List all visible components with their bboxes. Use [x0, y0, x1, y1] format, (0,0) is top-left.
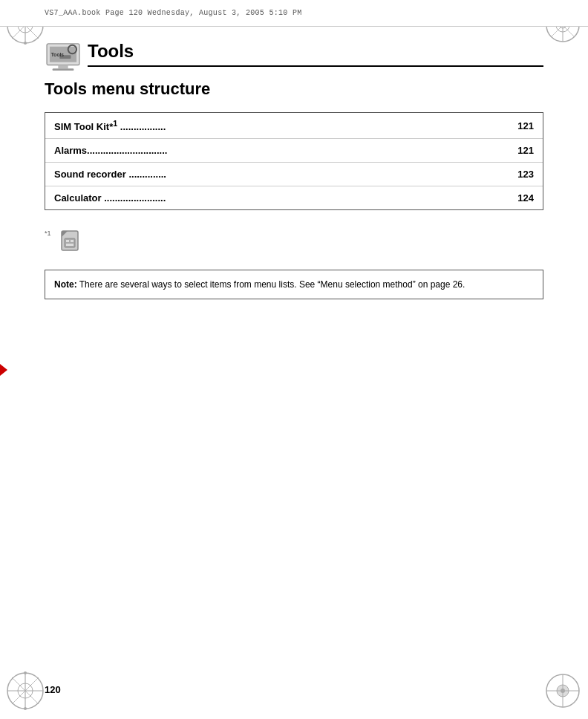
note-label: Note:: [54, 279, 77, 290]
header-bar: VS7_AAA.book Page 120 Wednesday, August …: [0, 0, 588, 27]
section-heading: Tools menu structure: [45, 79, 543, 99]
side-marker-left: [0, 364, 7, 376]
svg-point-23: [24, 671, 27, 674]
toc-label-sound-recorder: Sound recorder ..............: [54, 169, 166, 180]
page-title: Tools: [88, 41, 543, 62]
simcard-icon: [57, 228, 81, 252]
note-text: There are several ways to select items f…: [77, 279, 466, 290]
toc-row-sound-recorder: Sound recorder .............. 123: [45, 163, 543, 186]
toc-page-alarms: 121: [517, 145, 534, 156]
toc-box: SIM Tool Kit*1 ................. 121 Ala…: [45, 112, 543, 210]
corner-ornament-br: [543, 671, 582, 713]
footnote-area: *1: [45, 228, 543, 252]
svg-rect-40: [66, 240, 69, 242]
toc-row-calculator: Calculator ....................... 124: [45, 186, 543, 209]
toc-page-simtoolkit: 121: [517, 120, 534, 131]
corner-ornament-bl: [6, 671, 45, 713]
toc-page-calculator: 124: [517, 192, 534, 204]
svg-rect-42: [66, 244, 74, 246]
svg-point-24: [24, 707, 27, 710]
toc-label-simtoolkit: SIM Tool Kit*1 .................: [54, 119, 166, 132]
toc-row-alarms: Alarms.............................. 121: [45, 139, 543, 163]
svg-point-7: [24, 42, 27, 45]
note-box: Note: There are several ways to select i…: [45, 270, 543, 299]
title-text-block: Tools: [88, 41, 543, 67]
page-number: 120: [45, 684, 61, 695]
toc-row-simtoolkit: SIM Tool Kit*1 ................. 121: [45, 113, 543, 139]
toc-label-alarms: Alarms..............................: [54, 145, 167, 156]
toc-page-sound-recorder: 123: [517, 169, 534, 180]
svg-text:Tools: Tools: [51, 52, 65, 57]
svg-rect-39: [65, 238, 75, 247]
footnote-star: *1: [45, 230, 51, 237]
svg-rect-32: [58, 65, 68, 68]
svg-rect-33: [53, 68, 74, 71]
tools-icon: Tools: [45, 42, 82, 72]
header-text: VS7_AAA.book Page 120 Wednesday, August …: [45, 9, 302, 17]
title-section: Tools Tools: [45, 41, 543, 72]
toc-label-calculator: Calculator .......................: [54, 192, 166, 204]
svg-rect-41: [71, 240, 74, 242]
main-content: Tools Tools Tools menu structure SIM Too…: [45, 41, 543, 299]
